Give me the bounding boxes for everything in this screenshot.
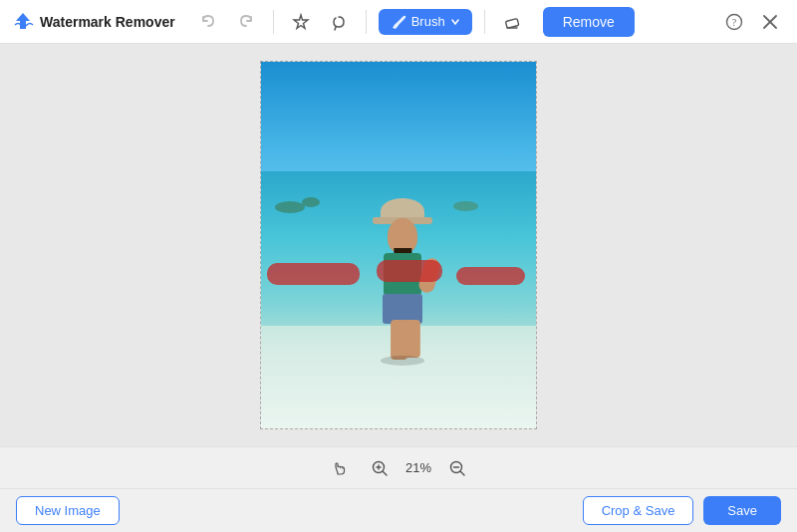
- star-tool-button[interactable]: [286, 7, 316, 37]
- zoom-in-icon: [371, 459, 389, 477]
- divider-1: [273, 10, 274, 34]
- svg-text:?: ?: [732, 17, 737, 28]
- brush-icon: [391, 14, 406, 30]
- lasso-icon: [330, 13, 348, 31]
- zoom-out-button[interactable]: [443, 454, 471, 482]
- redo-icon: [237, 13, 255, 31]
- remove-button[interactable]: Remove: [543, 7, 635, 37]
- undo-icon: [199, 13, 217, 31]
- crop-save-label: Crop & Save: [602, 503, 675, 518]
- star-icon: [292, 13, 310, 31]
- canvas-area: [0, 44, 797, 446]
- remove-label: Remove: [563, 14, 615, 30]
- crop-save-button[interactable]: Crop & Save: [583, 496, 694, 525]
- svg-line-9: [383, 471, 387, 475]
- new-image-button[interactable]: New Image: [16, 496, 120, 525]
- divider-2: [366, 10, 367, 34]
- beach-image: [261, 62, 536, 428]
- logo-icon: [12, 11, 34, 33]
- close-button[interactable]: [755, 7, 785, 37]
- watermark-blob-2: [377, 260, 442, 282]
- hand-tool-button[interactable]: [326, 454, 354, 482]
- watermark-blob-1: [267, 263, 361, 285]
- svg-line-12: [460, 471, 464, 475]
- header-right: ?: [719, 7, 785, 37]
- lasso-tool-button[interactable]: [324, 7, 354, 37]
- new-image-label: New Image: [35, 503, 101, 518]
- save-label: Save: [727, 503, 757, 518]
- logo-area: Watermark Remover: [12, 11, 175, 33]
- save-button[interactable]: Save: [703, 496, 781, 525]
- divider-3: [484, 10, 485, 34]
- footer-right: Crop & Save Save: [583, 496, 781, 525]
- svg-rect-0: [505, 18, 518, 28]
- footer: New Image Crop & Save Save: [0, 488, 797, 532]
- zoom-percent: 21%: [405, 460, 431, 475]
- help-icon: ?: [725, 13, 743, 31]
- help-button[interactable]: ?: [719, 7, 749, 37]
- image-container: [260, 61, 537, 429]
- app-title: Watermark Remover: [40, 14, 175, 30]
- chevron-down-icon: [450, 17, 460, 27]
- zoom-in-button[interactable]: [366, 454, 394, 482]
- eraser-tool-button[interactable]: [497, 7, 527, 37]
- brush-label: Brush: [411, 14, 445, 29]
- leg-right: [403, 320, 420, 358]
- horizon-element-3: [453, 201, 478, 211]
- brush-tool-button[interactable]: Brush: [379, 9, 472, 35]
- watermark-blob-3: [456, 267, 525, 285]
- hand-icon: [331, 459, 349, 477]
- redo-button[interactable]: [231, 7, 261, 37]
- zoom-out-icon: [448, 459, 466, 477]
- zoom-bar: 21%: [0, 446, 797, 488]
- feet-shadow: [381, 356, 424, 366]
- header: Watermark Remover Brush: [0, 0, 797, 44]
- close-icon: [763, 15, 777, 29]
- horizon-element-1: [275, 201, 305, 213]
- eraser-icon: [503, 13, 521, 31]
- undo-button[interactable]: [193, 7, 223, 37]
